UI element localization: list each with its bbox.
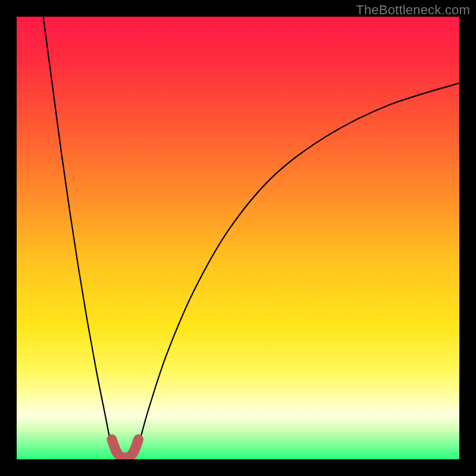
outer-frame: TheBottleneck.com [0, 0, 476, 476]
chart-background [17, 17, 459, 459]
chart-plot [17, 17, 459, 459]
watermark-text: TheBottleneck.com [356, 2, 470, 18]
